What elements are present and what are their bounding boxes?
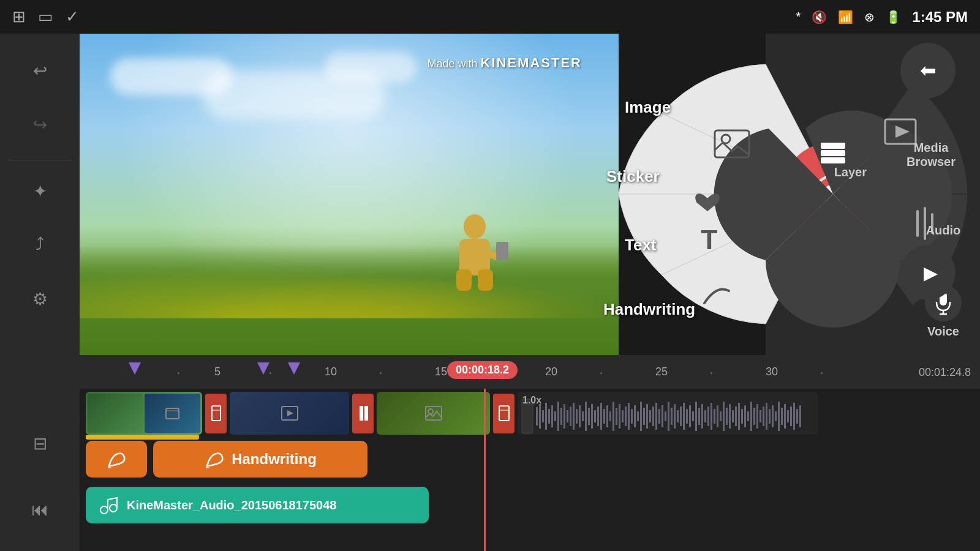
svg-rect-3 — [478, 269, 493, 291]
ruler-20: 20 — [545, 365, 557, 378]
battery-icon: 🔋 — [886, 10, 901, 24]
svg-rect-104 — [741, 409, 743, 424]
svg-rect-41 — [548, 409, 550, 424]
svg-rect-57 — [597, 407, 599, 426]
svg-rect-105 — [744, 405, 746, 427]
svg-rect-15 — [821, 150, 845, 156]
svg-rect-118 — [784, 404, 786, 429]
svg-rect-97 — [720, 411, 722, 421]
svg-rect-111 — [763, 407, 764, 426]
play-button[interactable]: ▶ — [900, 245, 956, 300]
svg-rect-86 — [686, 409, 688, 424]
svg-rect-82 — [674, 404, 676, 429]
svg-point-0 — [464, 214, 486, 239]
svg-rect-117 — [781, 408, 783, 425]
clip-separator-1[interactable] — [205, 394, 227, 433]
bluetooth-icon: * — [796, 10, 801, 24]
svg-point-125 — [110, 504, 117, 512]
svg-rect-47 — [567, 410, 568, 422]
handwriting-btn-small[interactable] — [86, 441, 147, 478]
current-time-badge: 00:00:18.2 — [447, 361, 518, 379]
label-audio: Audio — [919, 223, 968, 238]
svg-rect-103 — [738, 403, 740, 430]
svg-rect-83 — [677, 410, 679, 422]
svg-rect-61 — [609, 411, 611, 421]
svg-rect-48 — [570, 407, 571, 426]
svg-rect-119 — [787, 410, 789, 422]
svg-rect-123 — [799, 405, 801, 427]
svg-rect-109 — [756, 404, 758, 429]
svg-rect-85 — [683, 403, 685, 430]
svg-rect-39 — [542, 410, 544, 422]
svg-rect-58 — [600, 403, 602, 430]
audio-track-label: KineMaster_Audio_20150618175048 — [127, 498, 336, 512]
svg-rect-38 — [539, 404, 541, 429]
export-button[interactable]: ⬅ — [900, 43, 956, 98]
playhead-line — [484, 389, 486, 551]
share-button[interactable]: ⤴ — [15, 220, 64, 269]
undo-button[interactable]: ↩ — [15, 46, 64, 95]
adjust-button[interactable]: ⊟ — [15, 419, 64, 468]
annotation-track: Handwriting — [86, 441, 974, 478]
svg-rect-120 — [790, 407, 792, 426]
clip-separator-2[interactable] — [352, 394, 374, 433]
gallery-icon[interactable]: ⊞ — [12, 7, 26, 26]
svg-rect-122 — [796, 409, 798, 424]
tablet-icon[interactable]: ▭ — [38, 7, 53, 26]
handwriting-btn-large[interactable]: Handwriting — [153, 441, 368, 478]
svg-rect-81 — [671, 408, 673, 425]
settings-button[interactable]: ⚙ — [15, 274, 64, 323]
waveform-clip[interactable]: 1.0x // We'll draw static waveform bars — [518, 392, 818, 435]
timeline-area: 5 10 15 20 25 30 00:00:18.2 00:01:24.8 — [80, 355, 980, 551]
svg-rect-110 — [760, 410, 761, 422]
timeline-ruler: 5 10 15 20 25 30 00:00:18.2 00:01:24.8 — [80, 355, 980, 389]
svg-rect-80 — [668, 402, 669, 431]
svg-rect-43 — [554, 411, 556, 421]
label-layer: Layer — [834, 165, 867, 179]
svg-rect-91 — [701, 404, 703, 429]
video-track[interactable]: 1.0x // We'll draw static waveform bars — [80, 389, 980, 438]
svg-rect-55 — [591, 404, 593, 429]
marker-2 — [257, 362, 270, 375]
clip-2[interactable] — [230, 392, 349, 435]
clip-separator-3[interactable] — [493, 394, 514, 433]
redo-button[interactable]: ↪ — [15, 100, 64, 149]
svg-rect-32 — [426, 407, 442, 420]
svg-rect-69 — [634, 405, 636, 427]
svg-rect-92 — [704, 410, 706, 422]
ruler-5: 5 — [214, 365, 221, 378]
svg-rect-98 — [723, 402, 725, 431]
svg-point-33 — [428, 409, 433, 414]
svg-rect-94 — [710, 403, 712, 430]
svg-rect-44 — [557, 402, 559, 431]
svg-rect-70 — [637, 411, 639, 421]
svg-rect-25 — [166, 408, 179, 419]
mute-icon: 🔇 — [812, 10, 827, 24]
svg-rect-71 — [640, 402, 642, 431]
marker-3 — [288, 362, 300, 375]
clip-3[interactable] — [377, 392, 490, 435]
svg-rect-84 — [680, 407, 682, 426]
svg-rect-74 — [649, 410, 651, 422]
clip-1[interactable] — [86, 392, 202, 435]
label-sticker: Sticker — [606, 167, 660, 186]
rewind-button[interactable]: ⏮ — [15, 485, 64, 534]
svg-rect-62 — [612, 402, 614, 431]
svg-rect-107 — [750, 402, 752, 431]
alarm-icon: ⊗ — [864, 10, 875, 24]
audio-track[interactable]: KineMaster_Audio_20150618175048 — [86, 487, 429, 523]
svg-rect-60 — [606, 405, 608, 427]
left-sidebar: ↩ ↪ ✦ ⤴ ⚙ ⊟ ⏮ — [0, 34, 80, 551]
svg-rect-16 — [821, 157, 845, 163]
svg-rect-77 — [658, 409, 660, 424]
svg-rect-100 — [729, 404, 731, 429]
svg-rect-121 — [793, 403, 795, 430]
svg-rect-49 — [573, 403, 575, 430]
effects-button[interactable]: ✦ — [15, 167, 64, 216]
handwriting-btn-label: Handwriting — [232, 451, 317, 468]
svg-rect-45 — [560, 408, 562, 425]
svg-rect-26 — [212, 406, 221, 421]
svg-point-124 — [100, 506, 108, 514]
checkmark-icon[interactable]: ✓ — [66, 7, 79, 26]
ruler-25: 25 — [655, 365, 668, 378]
